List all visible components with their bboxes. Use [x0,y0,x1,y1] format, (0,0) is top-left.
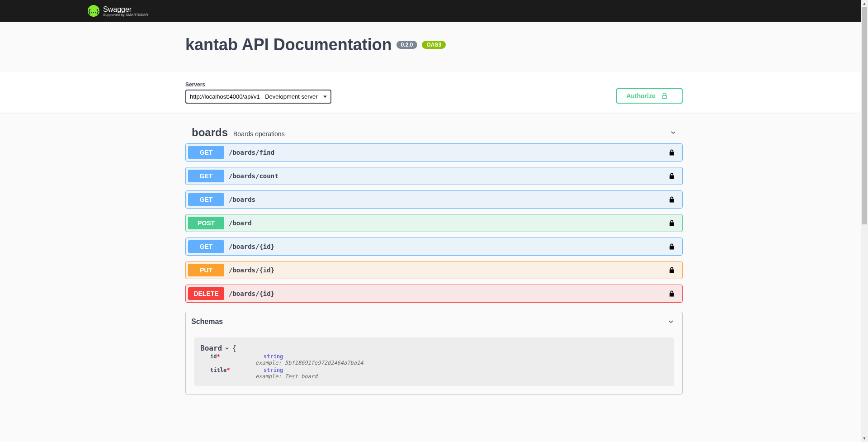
model-property: title*string [209,366,668,373]
schemas-section: Schemas Board { id*stringexample: 5bf186… [185,312,683,394]
oas-badge: OAS3 [422,41,446,49]
servers-label: Servers [185,81,331,88]
server-select[interactable]: http://localhost:4000/api/v1 - Developme… [185,90,331,104]
operation-path: /boards [229,196,668,203]
lock-icon[interactable] [668,196,675,203]
lock-icon[interactable] [668,172,675,180]
operation-path: /boards/{id} [229,290,668,297]
version-badge: 0.2.0 [396,41,418,49]
api-title: kantab API Documentation [185,35,392,54]
method-badge: GET [188,146,224,159]
chevron-down-icon [670,129,676,136]
brand-subtitle: Supported by SMARTBEAR [103,13,148,17]
operation-put-boards--id-[interactable]: PUT/boards/{id} [185,261,683,279]
operation-get-boards-count[interactable]: GET/boards/count [185,167,683,185]
schemas-title: Schemas [191,318,223,326]
required-marker: * [226,367,230,373]
operation-path: /board [229,219,668,227]
chevron-down-icon [668,318,674,325]
property-name: title* [209,367,264,373]
model-property: id*string [209,352,668,360]
lock-open-icon [661,92,668,100]
method-badge: POST [188,217,224,229]
property-example: example: Test board [255,373,668,380]
swagger-logo[interactable]: {…} Swagger Supported by SMARTBEAR [88,5,148,17]
operation-delete-boards--id-[interactable]: DELETE/boards/{id} [185,285,683,303]
tag-section-boards: boards Boards operations GET/boards/find… [185,122,683,303]
scheme-section: Servers http://localhost:4000/api/v1 - D… [0,72,868,113]
operation-path: /boards/{id} [229,243,668,250]
topbar: {…} Swagger Supported by SMARTBEAR [0,0,868,22]
chevron-down-icon [225,346,229,351]
model-name[interactable]: Board { [200,344,236,352]
operations-list: GET/boards/findGET/boards/countGET/board… [185,143,683,303]
info-section: kantab API Documentation 0.2.0 OAS3 [0,22,868,72]
schemas-header[interactable]: Schemas [186,312,682,329]
swagger-icon: {…} [88,5,99,17]
servers-block: Servers http://localhost:4000/api/v1 - D… [185,81,331,104]
lock-icon[interactable] [668,290,675,297]
tag-description: Boards operations [233,130,285,138]
property-name: id* [209,353,264,360]
method-badge: GET [188,170,224,182]
scroll-thumb[interactable] [862,7,867,224]
operation-post-board[interactable]: POST/board [185,214,683,232]
property-example: example: 5bf18691fe972d2464a7ba14 [255,360,668,366]
lock-icon[interactable] [668,219,675,227]
property-type: string [264,367,283,373]
main-content: boards Boards operations GET/boards/find… [0,113,868,422]
tag-header[interactable]: boards Boards operations [185,122,683,143]
tag-name: boards [192,126,228,139]
method-badge: GET [188,193,224,206]
scrollbar[interactable]: ▲ ▼ [861,0,868,422]
operation-get-boards--id-[interactable]: GET/boards/{id} [185,238,683,256]
operation-path: /boards/find [229,149,668,156]
operation-path: /boards/count [229,172,668,180]
required-marker: * [217,353,220,360]
lock-icon[interactable] [668,266,675,274]
property-type: string [264,353,283,360]
lock-icon[interactable] [668,149,675,156]
lock-icon[interactable] [668,243,675,250]
method-badge: GET [188,240,224,253]
method-badge: PUT [188,264,224,276]
scroll-up-arrow[interactable]: ▲ [861,0,868,7]
operation-get-boards[interactable]: GET/boards [185,190,683,209]
authorize-button[interactable]: Authorize [616,88,683,104]
authorize-label: Authorize [626,92,656,100]
method-badge: DELETE [188,287,224,300]
model-box: Board { id*stringexample: 5bf18691fe972d… [194,337,674,386]
operation-path: /boards/{id} [229,266,668,274]
operation-get-boards-find[interactable]: GET/boards/find [185,143,683,162]
